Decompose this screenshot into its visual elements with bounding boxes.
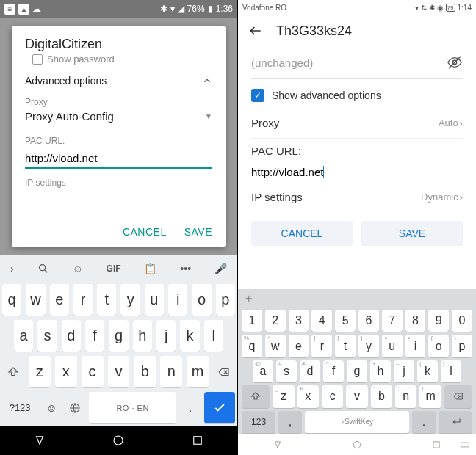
key-u[interactable]: <u (382, 335, 403, 357)
nav-recent-icon[interactable] (191, 434, 204, 447)
password-field[interactable]: (unchanged) (251, 50, 463, 79)
key-9[interactable]: 9 (428, 310, 449, 332)
mic-icon[interactable]: 🎤 (214, 263, 227, 274)
key-a[interactable]: @a (253, 360, 273, 382)
key-h[interactable]: h (133, 320, 152, 352)
key-o[interactable]: o (192, 284, 211, 316)
show-advanced-row[interactable]: ✓ Show advanced options (251, 79, 463, 109)
space-key[interactable]: ♪ SwiftKey (305, 411, 409, 433)
key-y[interactable]: ]y (358, 335, 379, 357)
key-2[interactable]: 2 (265, 310, 286, 332)
key-w[interactable]: ^w (265, 335, 286, 357)
key-s[interactable]: s (37, 320, 57, 352)
key-g[interactable]: g (109, 320, 128, 352)
key-6[interactable]: 6 (358, 310, 379, 332)
key-f[interactable]: *f (323, 360, 344, 382)
key-v[interactable]: v (108, 356, 130, 387)
key-z[interactable]: z (29, 356, 51, 387)
save-button[interactable]: SAVE (184, 226, 212, 238)
key-i[interactable]: i (168, 284, 187, 316)
key-k[interactable]: k (180, 320, 199, 352)
back-button[interactable] (248, 23, 263, 38)
key-g[interactable]: -g (347, 360, 367, 382)
key-3[interactable]: 3 (289, 310, 309, 332)
cancel-button[interactable]: CANCEL (251, 221, 353, 246)
key-x[interactable]: x (55, 356, 77, 387)
save-button[interactable]: SAVE (361, 221, 463, 246)
num-toggle-key[interactable]: 123 (242, 411, 275, 433)
key-n[interactable]: ;n (395, 385, 416, 407)
key-u[interactable]: u (145, 284, 164, 316)
key-d[interactable]: &d (300, 360, 320, 382)
eye-off-icon[interactable] (447, 54, 463, 70)
enter-key[interactable] (204, 392, 235, 423)
shift-key[interactable] (2, 356, 24, 387)
nav-home-icon[interactable] (352, 440, 362, 450)
key-t[interactable]: [t (335, 335, 356, 357)
emoji-key[interactable]: ☺ (42, 392, 61, 423)
checkbox-icon[interactable] (32, 54, 43, 65)
key-j[interactable]: j (156, 320, 176, 352)
key-m[interactable]: m (187, 356, 209, 387)
pac-url-input[interactable]: http://vload.net (251, 164, 463, 183)
clipboard-icon[interactable]: 📋 (144, 263, 156, 274)
key-n[interactable]: n (160, 356, 182, 387)
backspace-key[interactable] (444, 385, 472, 407)
gif-button[interactable]: GIF (107, 263, 121, 274)
key-l[interactable]: )l (441, 360, 461, 382)
key-e[interactable]: ~e (289, 335, 309, 357)
shift-key[interactable] (242, 385, 270, 407)
key-c[interactable]: c (82, 356, 104, 387)
key-x[interactable]: $x (298, 385, 319, 407)
show-password-row[interactable]: Show password (32, 54, 212, 65)
more-dots-icon[interactable]: ••• (180, 263, 191, 274)
nav-kbd-icon[interactable] (460, 440, 470, 450)
key-i[interactable]: >i (405, 335, 426, 357)
key-y[interactable]: y (120, 284, 140, 316)
key-t[interactable]: t (97, 284, 116, 316)
ip-settings-row[interactable]: IP settings Dynamic› (251, 183, 463, 211)
key-1[interactable]: 1 (242, 310, 262, 332)
comma-key[interactable]: , (278, 411, 302, 433)
key-0[interactable]: 0 (452, 310, 472, 332)
num-toggle-key[interactable]: ?123 (2, 392, 37, 423)
key-j[interactable]: =j (394, 360, 414, 382)
key-h[interactable]: +h (370, 360, 391, 382)
key-r[interactable]: r (73, 284, 93, 316)
key-a[interactable]: a (14, 320, 33, 352)
key-s[interactable]: #s (276, 360, 297, 382)
period-key[interactable]: . (181, 392, 200, 423)
search-icon[interactable] (37, 263, 49, 274)
backspace-key[interactable] (213, 356, 235, 387)
key-z[interactable]: _z (273, 385, 294, 407)
nav-home-icon[interactable] (112, 434, 125, 447)
globe-key[interactable] (65, 392, 84, 423)
key-e[interactable]: e (50, 284, 69, 316)
key-b[interactable]: :b (371, 385, 392, 407)
key-w[interactable]: w (26, 284, 45, 316)
checkbox-checked-icon[interactable]: ✓ (251, 89, 264, 102)
more-icon[interactable]: › (10, 263, 14, 274)
key-p[interactable]: }p (452, 335, 472, 357)
plus-button[interactable]: + (245, 292, 252, 305)
sticker-icon[interactable]: ☺ (72, 263, 82, 274)
key-f[interactable]: f (85, 320, 104, 352)
key-p[interactable]: p (216, 284, 235, 316)
proxy-select[interactable]: Proxy Auto-Config ▼ (25, 110, 212, 123)
key-r[interactable]: |r (311, 335, 332, 357)
key-7[interactable]: 7 (382, 310, 403, 332)
advanced-options-row[interactable]: Advanced options (25, 75, 212, 87)
nav-back-icon[interactable] (273, 440, 283, 450)
key-4[interactable]: 4 (311, 310, 332, 332)
key-d[interactable]: d (62, 320, 81, 352)
nav-recent-icon[interactable] (431, 440, 441, 450)
nav-back-icon[interactable] (33, 434, 46, 447)
key-q[interactable]: %q (242, 335, 262, 357)
key-c[interactable]: "c (322, 385, 343, 407)
cancel-button[interactable]: CANCEL (123, 226, 167, 238)
key-m[interactable]: /m (419, 385, 441, 407)
enter-key[interactable] (439, 411, 472, 433)
period-key[interactable]: . (412, 411, 436, 433)
key-b[interactable]: b (134, 356, 156, 387)
key-5[interactable]: 5 (335, 310, 356, 332)
